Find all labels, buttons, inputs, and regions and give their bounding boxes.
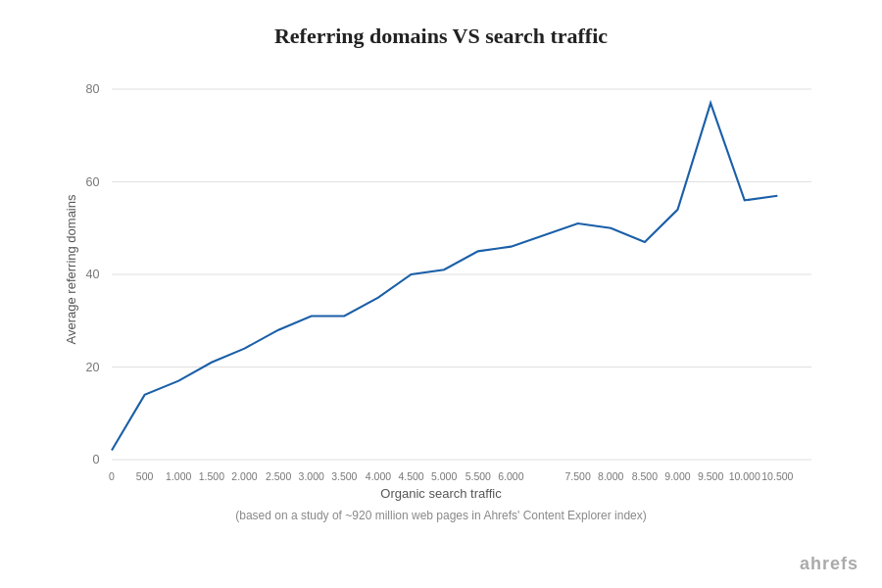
page-container: Referring domains VS search traffic Aver… bbox=[0, 0, 882, 588]
svg-text:10,500: 10,500 bbox=[761, 470, 793, 480]
svg-text:1,000: 1,000 bbox=[166, 470, 191, 480]
svg-text:2,000: 2,000 bbox=[231, 470, 257, 480]
svg-text:60: 60 bbox=[85, 175, 99, 189]
chart-svg: 0 20 40 60 80 0 500 1,000 1,500 2,000 2,… bbox=[39, 69, 843, 480]
chart-line bbox=[112, 103, 777, 450]
svg-text:0: 0 bbox=[109, 470, 115, 480]
svg-text:1,500: 1,500 bbox=[199, 470, 224, 480]
svg-text:10,000: 10,000 bbox=[729, 470, 760, 480]
svg-text:5,000: 5,000 bbox=[431, 470, 457, 480]
svg-text:5,500: 5,500 bbox=[466, 470, 491, 480]
svg-text:4,000: 4,000 bbox=[366, 470, 391, 480]
svg-text:500: 500 bbox=[136, 470, 154, 480]
svg-text:3,500: 3,500 bbox=[331, 470, 357, 480]
svg-text:80: 80 bbox=[85, 82, 99, 96]
svg-text:4,500: 4,500 bbox=[398, 470, 423, 480]
brand-label: ahrefs bbox=[800, 554, 858, 574]
svg-text:3,000: 3,000 bbox=[299, 470, 324, 480]
svg-text:9,000: 9,000 bbox=[664, 470, 690, 480]
svg-text:0: 0 bbox=[92, 453, 99, 466]
svg-text:20: 20 bbox=[85, 361, 99, 374]
svg-text:7,500: 7,500 bbox=[565, 470, 591, 480]
svg-text:40: 40 bbox=[85, 268, 99, 281]
chart-area: 0 20 40 60 80 0 500 1,000 1,500 2,000 2,… bbox=[39, 69, 843, 480]
svg-text:8,500: 8,500 bbox=[632, 470, 658, 480]
svg-text:8,000: 8,000 bbox=[598, 470, 623, 480]
chart-title: Referring domains VS search traffic bbox=[274, 24, 608, 49]
svg-text:6,000: 6,000 bbox=[498, 470, 523, 480]
footnote: (based on a study of ~920 million web pa… bbox=[235, 509, 647, 522]
x-axis-label: Organic search traffic bbox=[380, 486, 501, 501]
svg-text:9,500: 9,500 bbox=[698, 470, 723, 480]
svg-text:2,500: 2,500 bbox=[266, 470, 291, 480]
